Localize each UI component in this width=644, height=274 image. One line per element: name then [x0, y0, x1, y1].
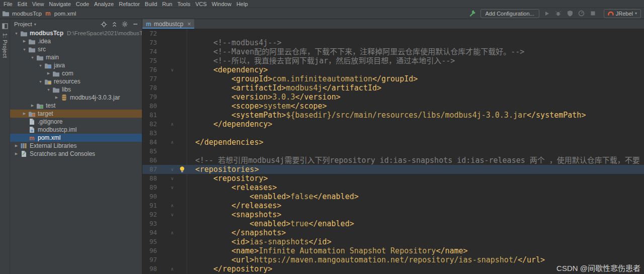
fold-marker-icon[interactable]: ∨: [157, 210, 187, 219]
tree-item-gitignore[interactable]: .gitignore: [10, 118, 142, 126]
code-line-88[interactable]: 88∨<repository>: [142, 174, 644, 183]
menu-item-view[interactable]: View: [30, 1, 47, 7]
code-line-92[interactable]: 92∨<snapshots>: [142, 210, 644, 219]
code-line-96[interactable]: 96<name>Infinite Automation Snapshot Rep…: [142, 246, 644, 255]
wrench-icon[interactable]: [469, 10, 477, 18]
chevron-down-icon[interactable]: ▼: [37, 64, 44, 67]
code-line-79[interactable]: 79<version>3.0.3</version>: [142, 93, 644, 102]
chevron-down-icon[interactable]: ▼: [21, 48, 28, 51]
code-line-77[interactable]: 77<groupId>com.infiniteautomation</group…: [142, 74, 644, 83]
stop-button[interactable]: [589, 10, 597, 18]
chevron-down-icon[interactable]: ▼: [29, 56, 36, 59]
run-button[interactable]: [543, 10, 551, 18]
code-line-78[interactable]: 78<artifactId>modbus4j</artifactId>: [142, 83, 644, 93]
collapse-all-button[interactable]: [111, 21, 118, 28]
code-line-76[interactable]: 76∨<dependency>: [142, 65, 644, 74]
chevron-right-icon[interactable]: ▶: [21, 39, 28, 43]
project-tool-tab[interactable]: 1: Project: [0, 19, 10, 58]
code-line-93[interactable]: 93<enabled>true</enabled>: [142, 219, 644, 228]
code-line-81[interactable]: 81<systemPath>${basedir}/src/main/resour…: [142, 111, 644, 120]
line-number: 98: [142, 264, 157, 273]
breadcrumb-project[interactable]: modbusTcp: [12, 11, 42, 17]
menu-item-code[interactable]: Code: [73, 1, 92, 7]
tree-item-modbustcp[interactable]: ▼modbusTcpD:\FreeSpace\2021\modbusTcp: [10, 29, 142, 37]
tree-item-modbustcp-iml[interactable]: modbustcp.iml: [10, 126, 142, 134]
tree-item-scratches-and-consoles[interactable]: ▶Scratches and Consoles: [10, 150, 142, 158]
chevron-right-icon[interactable]: ▶: [45, 71, 52, 75]
code-line-90[interactable]: 90<enabled>false</enabled>: [142, 192, 644, 201]
menu-item-edit[interactable]: Edit: [15, 1, 30, 7]
code-line-72[interactable]: 72: [142, 29, 644, 38]
close-icon[interactable]: ×: [187, 21, 191, 28]
code-line-84[interactable]: 84∧</dependencies>: [142, 138, 644, 147]
code-line-95[interactable]: 95<id>ias-snapshots</id>: [142, 237, 644, 246]
code-line-75[interactable]: 75<!--所以，我直接去官网下载jar，然后放到项目想，通过本地引入-->: [142, 56, 644, 65]
chevron-right-icon[interactable]: ▶: [21, 112, 28, 116]
tree-item-src[interactable]: ▼src: [10, 45, 142, 53]
fold-marker-icon[interactable]: ∧: [157, 138, 187, 147]
editor-tab-modbustcp[interactable]: m modbustcp ×: [142, 19, 194, 29]
menu-item-vcs[interactable]: VCS: [193, 1, 209, 7]
menu-item-navigate[interactable]: Navigate: [46, 1, 73, 7]
code-line-74[interactable]: 74<!--Maven配的阿里云仓库，下载不下来，注释掉阿里云仓库使用默认仓库才…: [142, 47, 644, 56]
coverage-button[interactable]: [566, 10, 574, 18]
tree-item-com[interactable]: ▶com: [10, 69, 142, 77]
tree-item-idea[interactable]: ▶.idea: [10, 37, 142, 45]
fold-marker-icon[interactable]: ∧: [157, 264, 187, 273]
locate-file-button[interactable]: [100, 21, 107, 28]
fold-marker-icon[interactable]: ∨: [157, 174, 187, 183]
menu-item-tools[interactable]: Tools: [175, 1, 193, 7]
tree-item-resources[interactable]: ▼resources: [10, 77, 142, 85]
tree-item-test[interactable]: ▶test: [10, 102, 142, 110]
tree-item-external-libraries[interactable]: ▶External Libraries: [10, 142, 142, 150]
menu-item-analyze[interactable]: Analyze: [92, 1, 116, 7]
code-line-87[interactable]: 87∨<repositories>: [142, 165, 644, 174]
tree-item-pom-xml[interactable]: mpom.xml: [10, 134, 142, 142]
tree-item-java[interactable]: ▼java: [10, 61, 142, 69]
fold-marker-icon[interactable]: ∧: [157, 228, 187, 237]
tree-item-main[interactable]: ▼main: [10, 53, 142, 61]
code-line-73[interactable]: 73<!--modbus4j-->: [142, 38, 644, 47]
code-line-91[interactable]: 91∧</releases>: [142, 201, 644, 210]
chevron-right-icon[interactable]: ▶: [53, 96, 60, 100]
gutter: [157, 111, 187, 120]
fold-marker-icon[interactable]: ∧: [157, 120, 187, 129]
maven-icon: m: [146, 21, 151, 27]
debug-button[interactable]: [554, 10, 562, 18]
settings-button[interactable]: [121, 21, 128, 28]
profiler-button[interactable]: [578, 10, 586, 18]
menu-item-refactor[interactable]: Refactor: [116, 1, 142, 7]
breadcrumb-file[interactable]: pom.xml: [54, 11, 76, 17]
tree-item-libs[interactable]: ▼libs: [10, 85, 142, 94]
menu-item-window[interactable]: Window: [209, 1, 234, 7]
hide-panel-button[interactable]: [132, 21, 139, 28]
chevron-right-icon[interactable]: ▶: [29, 104, 36, 108]
menu-item-help[interactable]: Help: [234, 1, 251, 7]
intention-bulb-icon[interactable]: [179, 166, 185, 173]
code-line-83[interactable]: 83: [142, 129, 644, 138]
chevron-down-icon[interactable]: ▼: [37, 80, 44, 83]
code-line-89[interactable]: 89∨<releases>: [142, 183, 644, 192]
code-line-94[interactable]: 94∧</snapshots>: [142, 228, 644, 237]
code-area[interactable]: 7273<!--modbus4j-->74<!--Maven配的阿里云仓库，下载…: [142, 29, 644, 274]
menu-item-build[interactable]: Build: [142, 1, 159, 7]
tree-item-target[interactable]: ▶target: [10, 110, 142, 118]
tree-item-modbus4j-3-0-3-jar[interactable]: ▶modbus4j-3.0.3.jar: [10, 94, 142, 102]
menu-item-file[interactable]: File: [1, 1, 15, 7]
chevron-right-icon[interactable]: ▶: [13, 144, 20, 148]
chevron-down-icon[interactable]: ▼: [45, 88, 52, 92]
fold-marker-icon[interactable]: ∨: [157, 65, 187, 74]
code-line-86[interactable]: 86<!-- 若想引用modbus4j需要引入下列repository id:i…: [142, 156, 644, 165]
code-line-85[interactable]: 85: [142, 147, 644, 156]
jrebel-button[interactable]: JRebel ▾: [604, 9, 641, 18]
fold-marker-icon[interactable]: ∨: [157, 165, 187, 174]
fold-marker-icon[interactable]: ∧: [157, 201, 187, 210]
add-configuration-button[interactable]: Add Configuration...: [480, 9, 539, 18]
menu-item-run[interactable]: Run: [159, 1, 175, 7]
project-view-dropdown[interactable]: Project ▾: [14, 21, 36, 27]
chevron-right-icon[interactable]: ▶: [13, 152, 20, 156]
code-line-82[interactable]: 82∧</dependency>: [142, 120, 644, 129]
fold-marker-icon[interactable]: ∨: [157, 183, 187, 192]
code-line-80[interactable]: 80<scope>system</scope>: [142, 102, 644, 111]
chevron-down-icon[interactable]: ▼: [13, 32, 20, 35]
